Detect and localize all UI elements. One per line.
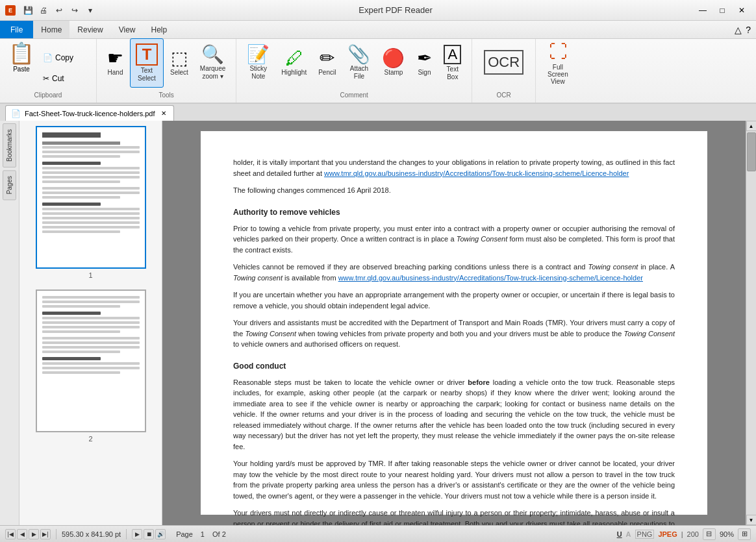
attach-file-button[interactable]: 📎 AttachFile xyxy=(342,38,375,88)
underline-icon: U xyxy=(617,530,622,538)
sign-button[interactable]: ✒ Sign xyxy=(411,38,437,88)
qat-dropdown[interactable]: ▾ xyxy=(83,3,97,18)
pencil-button[interactable]: ✏ Pencil xyxy=(313,38,341,88)
menu-help[interactable]: Help xyxy=(144,21,175,38)
window-title: Expert PDF Reader xyxy=(359,5,432,15)
scroll-down-button[interactable]: ▼ xyxy=(746,515,757,525)
status-sep-2 xyxy=(126,529,127,539)
audio-controls: ▶ ⏹ 🔊 xyxy=(132,529,166,539)
thumbnail-image-2 xyxy=(36,289,146,432)
hand-label: Hand xyxy=(108,69,123,77)
fullscreen-button[interactable]: ⛶ FullScreenView xyxy=(541,38,575,88)
zoom-level: 90% xyxy=(720,530,734,538)
fullscreen-icon: ⛶ xyxy=(549,41,567,62)
fullscreen-label: FullScreenView xyxy=(548,64,568,85)
scroll-thumb[interactable] xyxy=(747,132,756,171)
help-icon[interactable]: ? xyxy=(746,25,751,35)
zoom-out-button[interactable]: ⊟ xyxy=(703,528,716,540)
stamp-button[interactable]: 🔴 Stamp xyxy=(377,38,410,88)
pdf-link-2[interactable]: www.tmr.qld.gov.au/business-industry/Acc… xyxy=(338,274,643,282)
quick-access-toolbar: 💾 🖨 ↩ ↪ ▾ xyxy=(21,3,97,18)
scroll-up-button[interactable]: ▲ xyxy=(746,121,757,131)
title-bar-left: E 💾 🖨 ↩ ↪ ▾ xyxy=(5,3,97,18)
pdf-area[interactable]: holder, it is vitally important that you… xyxy=(162,121,746,525)
thumbnail-num-1: 1 xyxy=(25,271,157,279)
last-page-button[interactable]: ▶| xyxy=(40,529,51,539)
audio-button[interactable]: 🔊 xyxy=(155,529,166,539)
highlight-button[interactable]: 🖊 Highlight xyxy=(276,38,312,88)
paste-button[interactable]: 📋 Paste xyxy=(5,38,38,88)
ocr-icon: OCR xyxy=(484,50,523,75)
comment-buttons: 📝 StickyNote 🖊 Highlight ✏ Pencil 📎 Atta… xyxy=(242,38,466,90)
copy-label: Copy xyxy=(55,53,73,62)
save-button[interactable]: 💾 xyxy=(21,3,35,18)
main-area: Bookmarks Pages xyxy=(0,121,756,525)
clipboard-label: Clipboard xyxy=(34,92,62,100)
sticky-note-icon: 📝 xyxy=(247,45,270,64)
pencil-icon: ✏ xyxy=(320,49,334,68)
ribbon-group-ocr: OCR OCR xyxy=(472,39,536,103)
highlight-icon: 🖊 xyxy=(285,49,303,68)
minimize-button[interactable]: — xyxy=(694,4,712,17)
scroll-track[interactable] xyxy=(747,131,756,515)
select-label: Select xyxy=(170,69,188,77)
zoom-in-button[interactable]: ⊞ xyxy=(738,528,751,540)
pdf-section2-heading: Good conduct xyxy=(233,360,675,372)
menu-file[interactable]: File xyxy=(0,21,33,38)
sign-label: Sign xyxy=(418,69,431,77)
pdf-link-1[interactable]: www.tmr.qld.gov.au/business-industry/Acc… xyxy=(324,169,629,177)
select-button[interactable]: ⬚ Select xyxy=(165,38,194,88)
copy-button[interactable]: 📄 Copy xyxy=(39,49,91,67)
tools-label: Tools xyxy=(158,92,173,100)
status-sep-1 xyxy=(56,529,57,539)
attach-file-icon: 📎 xyxy=(347,45,370,64)
next-page-button[interactable]: ▶ xyxy=(29,529,39,539)
ribbon-group-clipboard: 📋 Paste 📄 Copy ✂ Cut Clipboard xyxy=(0,39,97,103)
text-box-label: TextBox xyxy=(447,66,459,81)
stop-button[interactable]: ⏹ xyxy=(144,529,154,539)
document-tab[interactable]: 📄 Fact-Sheet-Tow-truck-licence-holders.p… xyxy=(5,105,174,121)
sticky-note-button[interactable]: 📝 StickyNote xyxy=(242,38,275,88)
maximize-button[interactable]: □ xyxy=(713,4,731,17)
scroll-up-icon[interactable]: △ xyxy=(735,25,742,35)
cut-button[interactable]: ✂ Cut xyxy=(39,69,91,88)
pdf-section1-p4: Your drivers and assistants must be accr… xyxy=(233,317,675,350)
first-page-button[interactable]: |◀ xyxy=(5,529,16,539)
text-select-button[interactable]: T TextSelect xyxy=(130,38,164,88)
play-button[interactable]: ▶ xyxy=(132,529,142,539)
sticky-note-label: StickyNote xyxy=(249,65,267,80)
ocr-buttons: OCR xyxy=(477,38,530,90)
menu-view[interactable]: View xyxy=(111,21,144,38)
format-icon-1: A xyxy=(626,530,631,538)
format-icon-2: | xyxy=(681,530,683,538)
redo-button[interactable]: ↪ xyxy=(68,3,82,18)
marquee-zoom-button[interactable]: 🔍 Marqueezoom ▾ xyxy=(195,38,231,88)
close-button[interactable]: ✕ xyxy=(733,4,751,17)
thumbnail-page-1[interactable]: 1 xyxy=(25,126,157,279)
cut-label: Cut xyxy=(52,74,64,83)
tab-close-button[interactable]: ✕ xyxy=(159,109,168,118)
hand-button[interactable]: ☛ Hand xyxy=(102,38,129,88)
png-label: PNG xyxy=(635,530,655,539)
undo-button[interactable]: ↩ xyxy=(52,3,66,18)
sidebar-bookmarks-tab[interactable]: Bookmarks xyxy=(3,123,16,167)
ocr-button[interactable]: OCR xyxy=(477,38,530,88)
jpeg-label: JPEG xyxy=(658,530,677,538)
copy-icon: 📄 xyxy=(43,53,53,62)
print-button[interactable]: 🖨 xyxy=(36,3,51,18)
highlight-label: Highlight xyxy=(281,69,307,77)
cut-icon: ✂ xyxy=(43,74,49,83)
thumbnail-page-2[interactable]: 2 xyxy=(25,289,157,443)
pdf-section2-p2: Your holding yard/s must be approved by … xyxy=(233,458,675,501)
hand-icon: ☛ xyxy=(107,49,123,68)
prev-page-button[interactable]: ◀ xyxy=(17,529,27,539)
pdf-section1-p2: Vehicles cannot be removed if they are o… xyxy=(233,262,675,283)
pdf-intro: holder, it is vitally important that you… xyxy=(233,157,675,179)
menu-review[interactable]: Review xyxy=(69,21,110,38)
pdf-changes-date: The following changes commenced 16 April… xyxy=(233,185,675,196)
select-icon: ⬚ xyxy=(171,49,188,68)
menu-home[interactable]: Home xyxy=(33,21,69,38)
sidebar-pages-tab[interactable]: Pages xyxy=(3,170,16,200)
page-nav: |◀ ◀ ▶ ▶| xyxy=(5,529,51,539)
text-box-button[interactable]: A TextBox xyxy=(438,38,466,88)
